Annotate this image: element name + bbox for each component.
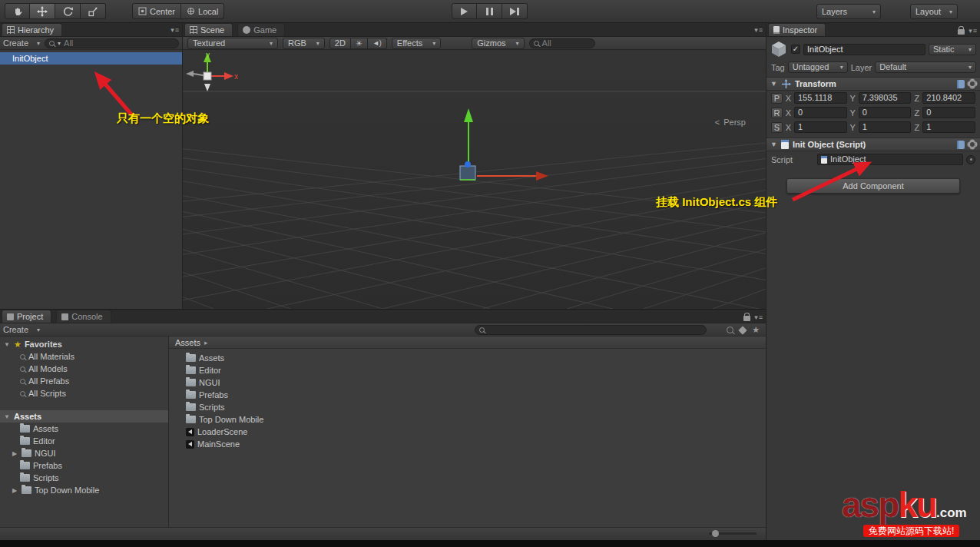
pane-options-icon[interactable]: ▾≡ <box>754 26 763 34</box>
gear-icon[interactable] <box>968 141 976 148</box>
render-channel-dropdown[interactable]: RGB ▾ <box>283 38 325 49</box>
tree-item-ngui[interactable]: ▶ NGUI <box>0 447 168 459</box>
object-picker-icon[interactable] <box>966 155 975 164</box>
position-x-field[interactable]: 155.1118 <box>794 92 847 104</box>
scene-lighting-button[interactable]: ☀ <box>351 38 368 49</box>
script-component-header[interactable]: ▼ Init Object (Script) <box>766 138 980 151</box>
transform-component-header[interactable]: ▼ Transform <box>766 77 980 91</box>
project-create-button[interactable]: Create ▾ <box>3 325 40 334</box>
help-book-icon[interactable] <box>957 141 965 149</box>
effects-dropdown[interactable]: Effects ▾ <box>392 38 441 49</box>
favorite-item-all-prefabs[interactable]: All Prefabs <box>0 375 168 387</box>
project-search-input[interactable] <box>475 325 707 335</box>
gear-icon[interactable] <box>968 80 976 88</box>
layers-dropdown[interactable]: Layers ▾ <box>816 4 881 19</box>
shading-mode-dropdown[interactable]: Textured ▾ <box>187 38 278 49</box>
layout-dropdown[interactable]: Layout ▾ <box>910 4 958 19</box>
toggle-2d-button[interactable]: 2D <box>329 38 351 49</box>
tree-item-assets[interactable]: Assets <box>0 423 168 435</box>
tag-dropdown[interactable]: Untagged ▾ <box>788 61 848 73</box>
play-button[interactable] <box>452 3 477 19</box>
tree-item-prefabs[interactable]: Prefabs <box>0 459 168 472</box>
hierarchy-search-input[interactable]: ▾ All <box>45 38 179 48</box>
asset-folder-scripts[interactable]: Scripts <box>169 401 766 413</box>
vertex-handle[interactable] <box>465 161 471 167</box>
pane-options-icon[interactable]: ▾≡ <box>171 26 179 34</box>
hierarchy-create-button[interactable]: Create ▾ <box>3 38 40 48</box>
move-gizmo-y-arrowhead[interactable] <box>464 108 473 122</box>
scene-search-input[interactable]: All <box>529 38 595 48</box>
pane-options-icon[interactable]: ▾≡ <box>968 27 977 35</box>
active-checkbox[interactable]: ✓ <box>791 45 800 54</box>
help-book-icon[interactable] <box>957 80 965 88</box>
foldout-icon[interactable]: ▼ <box>770 80 777 88</box>
slider-thumb[interactable] <box>712 530 719 537</box>
script-object-field[interactable]: InitObject <box>817 154 963 165</box>
tree-item-top-down-mobile[interactable]: ▶ Top Down Mobile <box>0 484 168 496</box>
favorite-item-all-scripts[interactable]: All Scripts <box>0 387 168 399</box>
scale-y-field[interactable]: 1 <box>859 121 912 133</box>
scale-mode-button[interactable]: S <box>771 122 783 133</box>
pane-options-icon[interactable]: ▾≡ <box>754 313 763 321</box>
layer-dropdown[interactable]: Default ▾ <box>875 61 976 73</box>
gizmos-dropdown[interactable]: Gizmos ▾ <box>472 38 524 49</box>
lock-icon[interactable] <box>958 29 965 35</box>
tree-item-scripts[interactable]: Scripts <box>0 472 168 484</box>
asset-folder-editor[interactable]: Editor <box>169 364 766 376</box>
tab-project[interactable]: Project <box>2 310 51 323</box>
scene-audio-button[interactable]: ◄) <box>368 38 387 49</box>
tab-hierarchy[interactable]: Hierarchy <box>2 23 62 36</box>
object-name-field[interactable]: InitObject <box>803 44 925 55</box>
pivot-center-button[interactable]: Center <box>132 3 181 19</box>
selected-cube-object[interactable] <box>460 166 475 180</box>
expand-icon[interactable]: ▶ <box>11 450 18 457</box>
move-gizmo-x-arrowhead[interactable] <box>536 171 548 181</box>
foldout-icon[interactable]: ▼ <box>3 341 11 348</box>
asset-folder-prefabs[interactable]: Prefabs <box>169 389 766 401</box>
tab-scene[interactable]: Scene <box>184 23 233 36</box>
pan-tool-button[interactable] <box>5 3 30 19</box>
hierarchy-item-initobject[interactable]: InitObject <box>0 52 182 65</box>
asset-scene-mainscene[interactable]: MainScene <box>169 438 766 450</box>
asset-scene-loaderscene[interactable]: LoaderScene <box>169 426 766 438</box>
scale-tool-button[interactable] <box>81 3 106 19</box>
rotation-mode-button[interactable]: R <box>771 108 783 118</box>
scene-orientation-gizmo[interactable]: y x <box>183 50 238 96</box>
favorite-item-all-materials[interactable]: All Materials <box>0 350 168 363</box>
tab-inspector[interactable]: Inspector <box>768 23 826 36</box>
tab-game[interactable]: Game <box>237 23 285 36</box>
foldout-icon[interactable]: ▼ <box>770 141 777 148</box>
position-y-field[interactable]: 7.398035 <box>859 92 912 104</box>
icon-size-slider[interactable] <box>709 532 757 535</box>
favorite-item-all-models[interactable]: All Models <box>0 363 168 375</box>
rotation-x-field[interactable]: 0 <box>794 107 847 118</box>
foldout-icon[interactable]: ▼ <box>3 413 11 420</box>
rotation-y-field[interactable]: 0 <box>859 107 912 118</box>
tree-item-assets-root[interactable]: ▼ Assets <box>0 410 168 423</box>
static-dropdown[interactable]: Static ▾ <box>929 44 976 55</box>
move-tool-button[interactable] <box>30 3 55 19</box>
projection-mode-label[interactable]: < Persp <box>715 118 746 127</box>
rotation-z-field[interactable]: 0 <box>922 107 975 118</box>
tree-item-editor[interactable]: Editor <box>0 435 168 447</box>
tab-console[interactable]: Console <box>56 310 111 323</box>
asset-folder-assets[interactable]: Assets <box>169 352 766 364</box>
lock-icon[interactable] <box>743 316 750 321</box>
pivot-local-button[interactable]: Local <box>181 3 224 19</box>
scale-x-field[interactable]: 1 <box>794 121 847 133</box>
add-component-button[interactable]: Add Component <box>786 178 960 194</box>
favorites-foldout[interactable]: ▼ ★ Favorites <box>0 338 168 350</box>
rotate-tool-button[interactable] <box>55 3 81 19</box>
label-tag-icon[interactable] <box>738 326 747 334</box>
asset-folder-top-down-mobile[interactable]: Top Down Mobile <box>169 413 766 426</box>
expand-icon[interactable]: ▶ <box>11 487 18 494</box>
gizmo-center-cube[interactable] <box>204 72 211 80</box>
step-button[interactable] <box>502 3 528 19</box>
breadcrumb[interactable]: Assets ▸ <box>169 336 766 349</box>
position-z-field[interactable]: 210.8402 <box>922 92 975 104</box>
scene-viewport[interactable]: y x < Persp <box>183 50 766 309</box>
pause-button[interactable] <box>477 3 502 19</box>
gizmo-x-cone[interactable] <box>224 72 233 80</box>
favorites-star-icon[interactable]: ★ <box>752 326 760 334</box>
scale-z-field[interactable]: 1 <box>922 121 975 133</box>
